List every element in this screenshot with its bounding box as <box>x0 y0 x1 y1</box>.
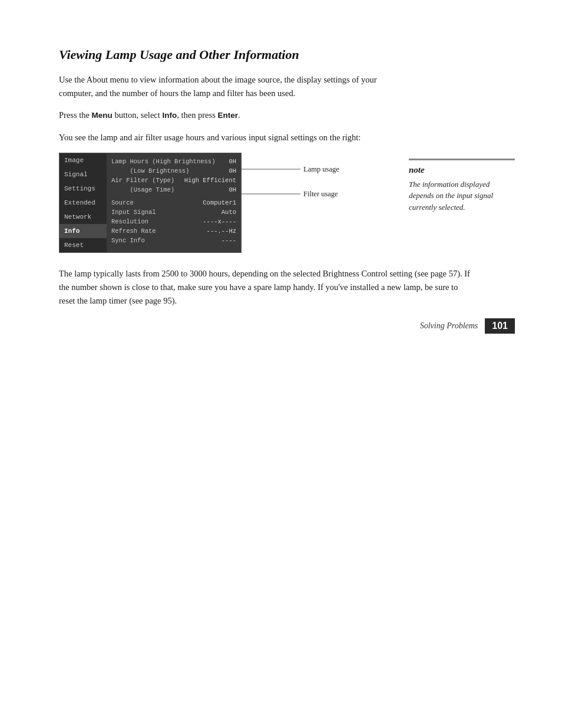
filter-type-value: High Efficient <box>184 177 236 184</box>
callout-svg: Lamp usage Filter usage <box>242 153 353 259</box>
followup-paragraph: The lamp typically lasts from 2500 to 30… <box>59 267 471 308</box>
filter-time-label: (Usage Time) <box>111 186 174 193</box>
menu-row-lamp-high: Lamp Hours (High Brightness) 0H <box>111 157 236 166</box>
lamp-high-value: 0H <box>229 158 236 165</box>
menu-row-filter-time: (Usage Time) 0H <box>111 185 236 195</box>
lamp-low-label: (Low Brightness) <box>111 167 189 174</box>
menu-row-resolution: Resolution ----x---- <box>111 217 236 226</box>
sidebar-item-info[interactable]: Info <box>59 224 107 238</box>
page-footer: Solving Problems 101 <box>420 318 515 334</box>
screenshot-wrapper: Image Signal Settings Extended Network I… <box>59 153 353 253</box>
callout-lamp-label: Lamp usage <box>303 165 339 173</box>
resolution-label: Resolution <box>111 218 148 225</box>
sidebar-item-network[interactable]: Network <box>59 210 107 224</box>
filter-type-label: Air Filter (Type) <box>111 177 174 184</box>
lamp-low-value: 0H <box>229 167 236 174</box>
sync-value: ---- <box>222 237 236 244</box>
enter-word: Enter <box>217 111 238 120</box>
menu-row-filter-type: Air Filter (Type) High Efficient <box>111 176 236 185</box>
filter-time-value: 0H <box>229 186 236 193</box>
menu-word: Menu <box>92 111 113 120</box>
refresh-label: Refresh Rate <box>111 228 156 235</box>
menu-row-sync: Sync Info ---- <box>111 236 236 245</box>
note-box: note The information displayed depends o… <box>409 159 515 253</box>
input-signal-value: Auto <box>222 209 236 216</box>
info-word: Info <box>162 111 177 120</box>
sidebar-item-reset[interactable]: Reset <box>59 238 107 252</box>
intro-paragraph: Use the About menu to view information a… <box>59 73 401 100</box>
menu-row-lamp-low: (Low Brightness) 0H <box>111 166 236 176</box>
source-value: Computer1 <box>203 199 236 206</box>
section-title: Viewing Lamp Usage and Other Information <box>59 47 515 62</box>
sync-label: Sync Info <box>111 237 145 244</box>
note-text: The information displayed depends on the… <box>409 179 515 213</box>
footer-section: Solving Problems <box>420 321 478 331</box>
signal-line: You see the lamp and air filter usage ho… <box>59 131 401 144</box>
sidebar-item-extended[interactable]: Extended <box>59 196 107 210</box>
page-number: 101 <box>485 318 515 334</box>
left-content: Image Signal Settings Extended Network I… <box>59 153 391 253</box>
lamp-high-label: Lamp Hours (High Brightness) <box>111 158 215 165</box>
content-area: Image Signal Settings Extended Network I… <box>59 153 515 253</box>
menu-sidebar: Image Signal Settings Extended Network I… <box>59 153 107 252</box>
sidebar-item-image[interactable]: Image <box>59 153 107 167</box>
instruction-line: Press the Menu button, select Info, then… <box>59 108 401 122</box>
menu-content: Lamp Hours (High Brightness) 0H (Low Bri… <box>107 153 241 252</box>
note-title: note <box>409 165 515 175</box>
menu-row-source: Source Computer1 <box>111 198 236 207</box>
callout-filter-label: Filter usage <box>303 190 338 198</box>
menu-screenshot: Image Signal Settings Extended Network I… <box>59 153 242 253</box>
sidebar-item-signal[interactable]: Signal <box>59 167 107 182</box>
input-signal-label: Input Signal <box>111 209 156 216</box>
refresh-value: ---.--Hz <box>207 228 236 235</box>
menu-row-input-signal: Input Signal Auto <box>111 207 236 217</box>
resolution-value: ----x---- <box>203 218 236 225</box>
source-label: Source <box>111 199 134 206</box>
sidebar-item-settings[interactable]: Settings <box>59 182 107 196</box>
menu-row-refresh: Refresh Rate ---.--Hz <box>111 226 236 236</box>
